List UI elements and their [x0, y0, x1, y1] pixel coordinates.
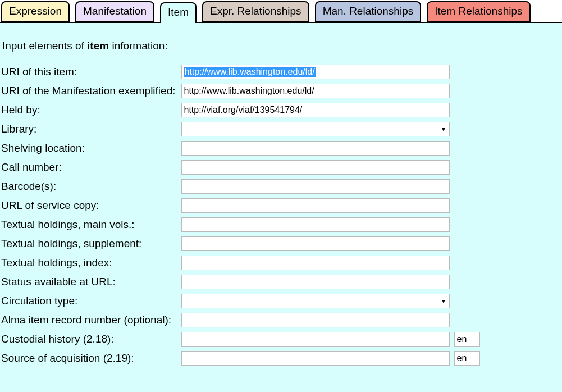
input-uri-item[interactable]: [181, 65, 450, 79]
input-status-url[interactable]: [181, 275, 450, 289]
label-source-acq: Source of acquisition (2.19):: [0, 349, 179, 368]
label-hold-index: Textual holdings, index:: [0, 253, 179, 272]
tab-man-relationships[interactable]: Man. Relationships: [315, 1, 422, 22]
input-service-url[interactable]: [181, 198, 450, 213]
instruction-pre: Input elements of: [2, 40, 87, 52]
label-library: Library:: [0, 120, 179, 139]
input-custodial-lang[interactable]: [454, 332, 480, 347]
input-uri-manifest[interactable]: [181, 84, 450, 98]
instruction-bold: item: [87, 40, 109, 52]
label-uri-manifest: URI of the Manifestation exemplified:: [0, 81, 179, 101]
input-alma[interactable]: [181, 313, 450, 327]
input-held-by[interactable]: [181, 103, 450, 117]
tab-item[interactable]: Item: [160, 2, 197, 23]
input-hold-supp[interactable]: [181, 236, 450, 251]
select-library[interactable]: [181, 122, 450, 136]
label-circ-type: Circulation type:: [0, 291, 179, 311]
label-custodial: Custodial history (2.18):: [0, 330, 179, 349]
instruction-post: information:: [109, 40, 168, 52]
label-hold-supp: Textual holdings, supplement:: [0, 234, 179, 253]
input-callnum[interactable]: [181, 160, 450, 175]
input-shelving[interactable]: [181, 141, 450, 156]
label-alma: Alma item record number (optional):: [0, 311, 179, 330]
label-shelving: Shelving location:: [0, 139, 179, 158]
item-form: URI of this item: http://www.lib.washing…: [0, 62, 482, 368]
label-callnum: Call number:: [0, 158, 179, 177]
input-barcodes[interactable]: [181, 179, 450, 194]
input-hold-main[interactable]: [181, 217, 450, 232]
input-source-acq[interactable]: [181, 351, 450, 366]
input-custodial[interactable]: [181, 332, 450, 347]
label-hold-main: Textual holdings, main vols.:: [0, 215, 179, 234]
label-uri-item: URI of this item:: [0, 62, 179, 81]
label-status-url: Status available at URL:: [0, 272, 179, 291]
instruction-text: Input elements of item information:: [0, 23, 562, 62]
tab-expression[interactable]: Expression: [1, 1, 70, 22]
label-barcodes: Barcode(s):: [0, 177, 179, 196]
input-hold-index[interactable]: [181, 256, 450, 270]
tab-content: Input elements of item information: URI …: [0, 22, 562, 392]
tab-expr-relationships[interactable]: Expr. Relationships: [202, 1, 309, 22]
tab-bar: Expression Manifestation Item Expr. Rela…: [0, 0, 562, 22]
label-held-by: Held by:: [0, 101, 179, 120]
tab-manifestation[interactable]: Manifestation: [75, 1, 154, 22]
select-circ-type[interactable]: [181, 294, 450, 308]
label-service-url: URL of service copy:: [0, 196, 179, 215]
input-source-acq-lang[interactable]: [454, 351, 480, 366]
tab-item-relationships[interactable]: Item Relationships: [427, 1, 530, 22]
